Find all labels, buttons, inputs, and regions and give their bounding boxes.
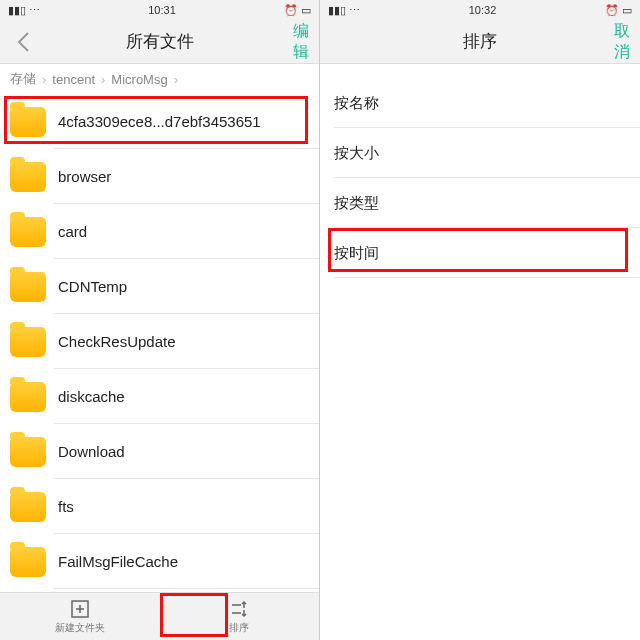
folder-icon: [10, 492, 46, 522]
folder-row[interactable]: CheckResUpdate: [0, 314, 319, 369]
alarm-icon: ⏰: [605, 4, 619, 17]
sort-screen: ▮▮▯ ⋯ 10:32 ⏰ ▭ 排序 取消 按名称 按大小 按类型: [320, 0, 640, 640]
folder-icon: [10, 217, 46, 247]
status-bar: ▮▮▯ ⋯ 10:32 ⏰ ▭: [320, 0, 640, 20]
breadcrumb-item[interactable]: 存储: [10, 70, 36, 88]
folder-name: fts: [58, 498, 74, 515]
sort-options-list: 按名称 按大小 按类型 按时间: [320, 64, 640, 640]
status-time: 10:31: [148, 4, 176, 16]
folder-row[interactable]: FailMsgFileCache: [0, 534, 319, 589]
edit-button[interactable]: 编辑: [289, 20, 319, 64]
cancel-button[interactable]: 取消: [610, 20, 640, 64]
sort-option-size[interactable]: 按大小: [320, 128, 640, 178]
signal-icon: ▮▮▯: [8, 4, 26, 17]
folder-name: FailMsgFileCache: [58, 553, 178, 570]
sort-option-label: 按大小: [334, 144, 379, 163]
nav-title: 排序: [463, 30, 497, 53]
folder-row[interactable]: browser: [0, 149, 319, 204]
breadcrumb-item[interactable]: tencent: [52, 72, 95, 87]
folder-icon: [10, 327, 46, 357]
new-folder-icon: [70, 599, 90, 619]
status-bar: ▮▮▯ ⋯ 10:31 ⏰ ▭: [0, 0, 319, 20]
new-folder-label: 新建文件夹: [55, 621, 105, 635]
folder-icon: [10, 162, 46, 192]
new-folder-button[interactable]: 新建文件夹: [0, 593, 160, 640]
battery-icon: ▭: [622, 4, 632, 17]
breadcrumb-item[interactable]: MicroMsg: [111, 72, 167, 87]
carrier-icon: ⋯: [29, 4, 40, 17]
battery-icon: ▭: [301, 4, 311, 17]
folder-row[interactable]: fts: [0, 479, 319, 534]
folder-name: Download: [58, 443, 125, 460]
folder-icon: [10, 547, 46, 577]
folder-name: CDNTemp: [58, 278, 127, 295]
folder-name: 4cfa3309ece8...d7ebf3453651: [58, 113, 261, 130]
chevron-right-icon: ›: [42, 72, 46, 87]
signal-icon: ▮▮▯: [328, 4, 346, 17]
folder-list: 4cfa3309ece8...d7ebf3453651 browser card…: [0, 94, 319, 592]
folder-name: card: [58, 223, 87, 240]
sort-option-label: 按类型: [334, 194, 379, 213]
sort-icon: [229, 599, 249, 619]
folder-icon: [10, 437, 46, 467]
folder-row[interactable]: card: [0, 204, 319, 259]
sort-option-time[interactable]: 按时间: [320, 228, 640, 278]
folder-name: browser: [58, 168, 111, 185]
folder-row[interactable]: 4cfa3309ece8...d7ebf3453651: [0, 94, 319, 149]
sort-option-label: 按时间: [334, 244, 379, 263]
folder-row[interactable]: diskcache: [0, 369, 319, 424]
folder-icon: [10, 272, 46, 302]
folder-row[interactable]: CDNTemp: [0, 259, 319, 314]
folder-icon: [10, 382, 46, 412]
back-button[interactable]: [6, 20, 40, 64]
nav-bar: 所有文件 编辑: [0, 20, 319, 64]
file-browser-screen: ▮▮▯ ⋯ 10:31 ⏰ ▭ 所有文件 编辑 存储 › tencent › M…: [0, 0, 320, 640]
folder-icon: [10, 107, 46, 137]
bottom-bar: 新建文件夹 排序: [0, 592, 319, 640]
chevron-right-icon: ›: [174, 72, 178, 87]
sort-label: 排序: [229, 621, 249, 635]
nav-bar: 排序 取消: [320, 20, 640, 64]
folder-name: CheckResUpdate: [58, 333, 176, 350]
sort-option-label: 按名称: [334, 94, 379, 113]
folder-name: diskcache: [58, 388, 125, 405]
carrier-icon: ⋯: [349, 4, 360, 17]
breadcrumb[interactable]: 存储 › tencent › MicroMsg ›: [0, 64, 319, 94]
sort-button[interactable]: 排序: [160, 593, 320, 640]
sort-option-name[interactable]: 按名称: [320, 78, 640, 128]
chevron-right-icon: ›: [101, 72, 105, 87]
sort-option-type[interactable]: 按类型: [320, 178, 640, 228]
folder-row[interactable]: Download: [0, 424, 319, 479]
nav-title: 所有文件: [126, 30, 194, 53]
status-time: 10:32: [469, 4, 497, 16]
alarm-icon: ⏰: [284, 4, 298, 17]
